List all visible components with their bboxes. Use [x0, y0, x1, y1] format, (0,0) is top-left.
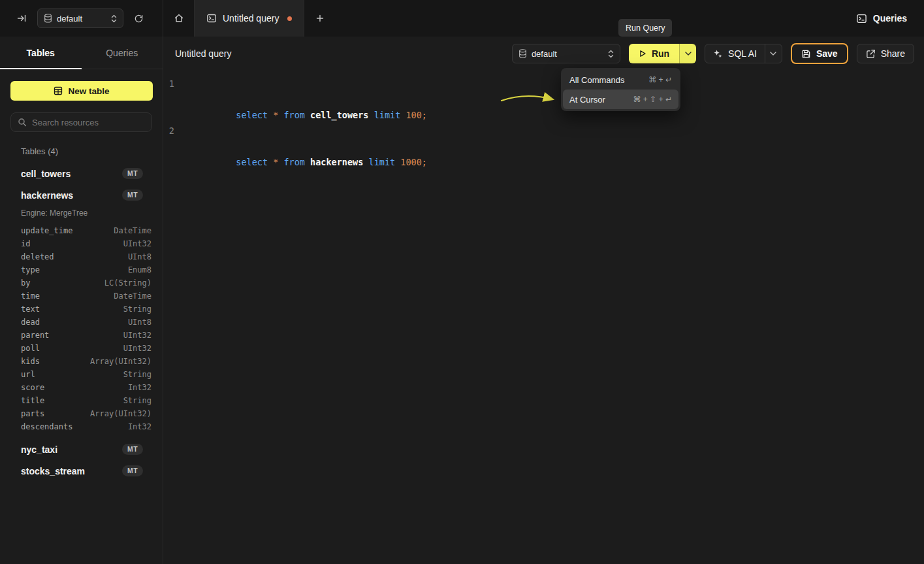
queries-button-label: Queries: [873, 13, 907, 24]
column-row: poll UInt32: [0, 342, 163, 355]
collapse-sidebar-button[interactable]: [14, 11, 29, 25]
engine-badge: MT: [122, 444, 143, 455]
table-name: hackernews: [21, 190, 73, 201]
column-row: type Enum8: [0, 263, 163, 276]
column-row: by LC(String): [0, 276, 163, 290]
play-icon: [639, 50, 646, 58]
column-name: parts: [21, 409, 44, 418]
column-row: parent UInt32: [0, 329, 163, 342]
column-row: text String: [0, 303, 163, 316]
database-icon: [44, 14, 52, 23]
code-text: select * from hackernews limit 1000;: [183, 123, 427, 170]
query-tab-icon: [206, 13, 217, 24]
share-icon: [866, 49, 876, 59]
search-box: [10, 112, 152, 132]
run-menu-item-label: At Cursor: [569, 95, 605, 105]
new-table-button[interactable]: New table: [10, 81, 153, 101]
column-name: text: [21, 305, 40, 314]
sidebar-tab-tables[interactable]: Tables: [0, 37, 82, 69]
column-row: title String: [0, 394, 163, 407]
sparkle-icon: [713, 49, 723, 59]
code-token: select: [236, 110, 268, 120]
run-menu-item-shortcut: ⌘ + ⇧ + ↵: [633, 95, 672, 104]
queries-icon: [856, 13, 867, 24]
queries-button[interactable]: Queries: [856, 13, 907, 24]
columns-list: update_time DateTime id UInt32 deleted U…: [0, 224, 163, 433]
home-button[interactable]: [163, 0, 194, 37]
search-input[interactable]: [32, 118, 145, 127]
run-options-menu: All Commands ⌘ + ↵ At Cursor ⌘ + ⇧ + ↵: [561, 68, 680, 111]
table-row-stocks-stream[interactable]: stocks_stream MT: [0, 460, 163, 482]
table-name: stocks_stream: [21, 466, 85, 476]
refresh-button[interactable]: [132, 12, 146, 25]
column-type: UInt32: [123, 344, 151, 353]
column-type: Enum8: [128, 265, 151, 274]
table-row-hackernews[interactable]: hackernews MT: [0, 184, 163, 206]
run-options-button[interactable]: [679, 44, 696, 63]
toolbar-database-selector-value: default: [532, 49, 603, 59]
table-row-nyc-taxi[interactable]: nyc_taxi MT: [0, 439, 163, 460]
code-token: cell_towers: [305, 110, 374, 120]
toolbar-controls: default Run: [512, 43, 914, 64]
column-name: poll: [21, 344, 40, 353]
column-row: parts Array(UInt32): [0, 407, 163, 420]
run-button[interactable]: Run: [629, 44, 679, 63]
code-token: limit: [374, 110, 401, 120]
column-name: title: [21, 396, 44, 405]
code-token: ;: [422, 110, 427, 120]
app-window: default Untitled query: [0, 0, 924, 564]
tables-section-label: Tables (4): [21, 146, 152, 156]
sql-ai-button[interactable]: SQL AI: [705, 44, 765, 63]
sql-editor[interactable]: 1 select * from cell_towers limit 100; 2…: [163, 71, 924, 564]
sql-ai-button-group: SQL AI: [705, 44, 782, 63]
column-name: parent: [21, 331, 49, 340]
run-menu-item[interactable]: All Commands ⌘ + ↵: [563, 70, 678, 90]
share-button[interactable]: Share: [857, 44, 914, 63]
database-selector[interactable]: default: [37, 8, 123, 28]
line-number: 1: [163, 76, 183, 123]
plus-icon: [315, 14, 325, 23]
code-token: limit: [369, 157, 396, 167]
code-token: hackernews: [305, 157, 369, 167]
engine-badge: MT: [122, 168, 143, 179]
column-row: kids Array(UInt32): [0, 355, 163, 368]
toolbar-database-selector[interactable]: default: [512, 44, 620, 63]
sql-ai-button-label: SQL AI: [728, 48, 757, 59]
code-token: 1000: [395, 157, 422, 167]
engine-label: Engine: MergeTree: [0, 206, 163, 220]
code-token: from: [283, 157, 305, 167]
sidebar: Tables Queries New table Tables (4) cell…: [0, 37, 163, 564]
code-text: select * from cell_towers limit 100;: [183, 76, 427, 123]
column-type: UInt32: [123, 239, 151, 248]
column-row: score Int32: [0, 381, 163, 394]
home-icon: [174, 13, 184, 24]
column-type: DateTime: [114, 226, 151, 235]
annotation-arrow: [500, 91, 560, 107]
save-button-label: Save: [816, 48, 838, 59]
column-type: UInt32: [123, 331, 151, 340]
save-button[interactable]: Save: [791, 43, 848, 64]
sidebar-tab-queries[interactable]: Queries: [82, 37, 163, 69]
run-menu-item[interactable]: At Cursor ⌘ + ⇧ + ↵: [563, 90, 678, 109]
sql-ai-options-button[interactable]: [765, 44, 782, 63]
query-toolbar: Untitled query default: [163, 37, 924, 71]
run-query-tooltip: Run Query: [618, 19, 672, 37]
table-grid-icon: [54, 86, 63, 95]
new-tab-button[interactable]: [304, 0, 335, 37]
run-menu-item-shortcut: ⌘ + ↵: [648, 75, 672, 84]
column-type: Int32: [128, 383, 151, 392]
column-type: String: [123, 396, 151, 405]
updown-chevron-icon: [111, 14, 117, 23]
topbar-right: Queries: [856, 0, 924, 37]
main-panel: Untitled query default: [163, 37, 924, 564]
column-row: deleted UInt8: [0, 250, 163, 263]
column-type: Array(UInt32): [90, 357, 151, 366]
column-row: time DateTime: [0, 290, 163, 303]
column-name: kids: [21, 357, 40, 366]
engine-badge: MT: [122, 465, 143, 476]
column-row: descendants Int32: [0, 420, 163, 433]
tab-untitled-query[interactable]: Untitled query: [194, 0, 304, 37]
table-row-cell-towers[interactable]: cell_towers MT: [0, 163, 163, 184]
column-type: UInt8: [128, 252, 151, 261]
engine-badge: MT: [122, 190, 143, 201]
